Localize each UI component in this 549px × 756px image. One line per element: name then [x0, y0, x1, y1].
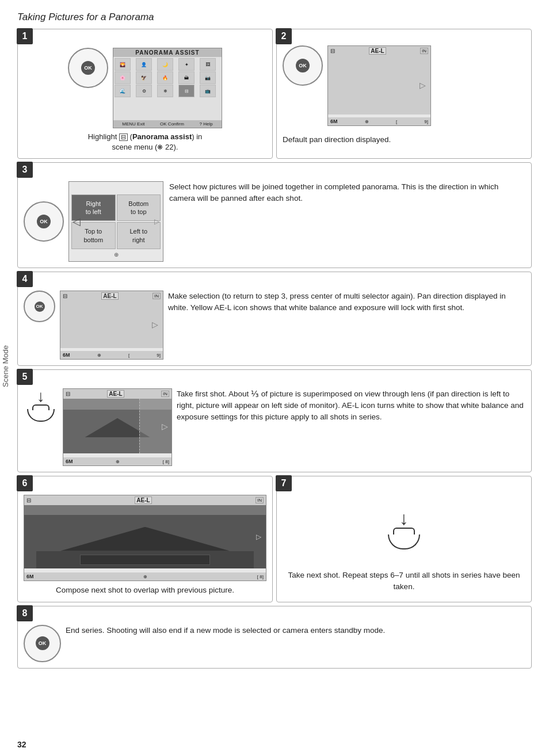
step-7-number: 7 [276, 475, 292, 491]
shutter-icon-step5[interactable]: ↓ [24, 388, 58, 422]
step-4-box: 4 OK ⊟ AE-L IN ▷ 6M ⊕ [ 9] [17, 272, 532, 366]
step-7-text: Take next shot. Repeat steps 6–7 until a… [283, 570, 525, 592]
step-3-text: Select how pictures will be joined toget… [169, 181, 525, 204]
step-3-number: 3 [17, 162, 33, 178]
step-1-box: 1 OK PANORAMA ASSIST 🌄 👤 🌙 ✦ 🖼 [17, 29, 273, 159]
dir-bottom-to-top[interactable]: Bottomto top [117, 194, 161, 222]
shutter-icon-step7[interactable]: ↓ [388, 495, 420, 564]
step-8-box: 8 OK End series. Shooting will also end … [17, 606, 532, 669]
step-3-box: 3 OK Rightto left Bottomto top Top tobot… [17, 162, 532, 268]
page-number: 32 [17, 740, 26, 749]
step-8-text: End series. Shooting will also end if a … [66, 625, 525, 636]
camera-screen-step2: ⊟ AE-L IN ▷ 6M ⊕ [ 9] [327, 45, 431, 126]
ok-button-step8[interactable]: OK [24, 625, 61, 662]
step-7-box: 7 ↓ Take next shot. Repeat steps 6–7 unt… [276, 476, 532, 602]
ok-button-step4[interactable]: OK [24, 291, 55, 322]
photo-screen-step5: ⊟ AE-L IN ▷ 6M ⊕ [ 8] [63, 388, 172, 466]
step-2-number: 2 [276, 28, 292, 44]
camera-screen-step4: ⊟ AE-L IN ▷ 6M ⊕ [ 9] [60, 291, 163, 360]
step-1-text: Highlight ⊟ (Panorama assist) inscene me… [88, 132, 203, 152]
step-4-text: Make selection (to return to step 3, pre… [168, 291, 525, 313]
step-6-number: 6 [17, 475, 33, 491]
step-6-box: 6 ⊟ AE-L IN ▷ 6M ⊕ [17, 476, 273, 602]
step-5-box: 5 ↓ ⊟ AE-L IN ▷ [17, 369, 532, 472]
sidebar-label: Scene Mode [1, 345, 10, 387]
ok-button-step3[interactable]: OK [24, 201, 64, 242]
page-title: Taking Pictures for a Panorama [17, 12, 532, 23]
step-2-box: 2 OK ⊟ AE-L IN ▷ 6 [276, 29, 532, 159]
panorama-menu-screen: PANORAMA ASSIST 🌄 👤 🌙 ✦ 🖼 🌸 🦅 🔥 🏔 � [113, 48, 222, 128]
dir-left-to-right[interactable]: Left toright [117, 222, 161, 249]
ok-button-step2[interactable]: OK [283, 45, 323, 86]
step-8-number: 8 [17, 605, 33, 621]
step-5-number: 5 [17, 369, 33, 385]
step-1-number: 1 [17, 28, 33, 44]
photo-screen-step6: ⊟ AE-L IN ▷ 6M ⊕ [ 8] [24, 495, 266, 581]
step-2-text: Default pan direction displayed. [283, 134, 391, 146]
direction-menu: Rightto left Bottomto top Top tobottom L… [68, 181, 163, 262]
step-5-text: Take first shot. About ⅓ of picture is s… [177, 388, 525, 422]
step-4-number: 4 [17, 271, 33, 287]
ok-button-step1[interactable]: OK [68, 48, 108, 88]
step-6-text: Compose next shot to overlap with previo… [56, 585, 234, 596]
